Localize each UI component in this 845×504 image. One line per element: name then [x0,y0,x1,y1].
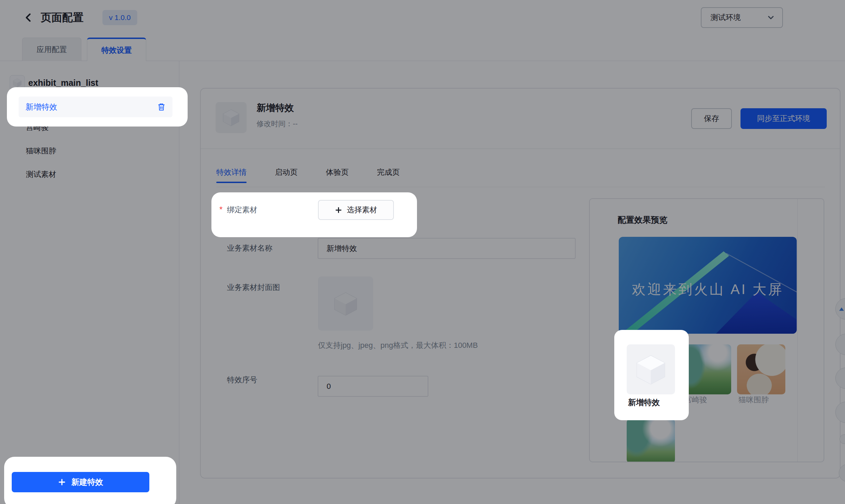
preview-thumb-new-effect[interactable] [627,344,675,394]
plus-icon [335,206,342,214]
spotlight-thumbnail: 新增特效 [614,330,689,420]
plus-icon [58,478,66,486]
bind-material-label: 绑定素材 [227,205,257,215]
page-config-screen: 页面配置 v 1.0.0 测试环境 应用配置 特效设置 exhibit_main… [0,0,845,504]
spotlight-selected-effect: 新增特效 [7,87,188,127]
sidebar-item-label: 新增特效 [26,102,157,112]
spotlight-bind-material: * 绑定素材 选择素材 [211,192,417,237]
spotlight-new-effect: 新建特效 [4,457,176,504]
trash-icon[interactable] [157,102,166,111]
tour-dim-overlay [0,0,845,504]
new-effect-button[interactable]: 新建特效 [12,472,149,492]
select-material-label: 选择素材 [347,205,377,215]
new-effect-button-label: 新建特效 [71,477,103,487]
cube-icon [634,353,667,386]
select-material-button[interactable]: 选择素材 [318,200,394,220]
sidebar-item-selected[interactable]: 新增特效 [19,97,172,117]
required-mark: * [219,205,222,214]
preview-thumb-label: 新增特效 [628,397,660,408]
